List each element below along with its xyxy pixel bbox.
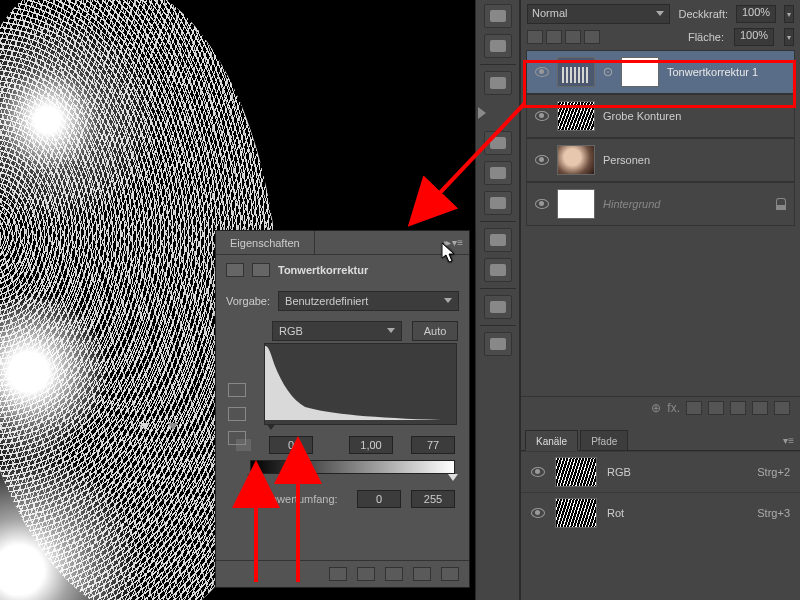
reset-icon[interactable] (385, 567, 403, 581)
histogram[interactable] (264, 343, 457, 425)
layer-name-label[interactable]: Grobe Konturen (603, 110, 786, 122)
preset-label: Vorgabe: (226, 295, 270, 307)
channel-row-rgb[interactable]: RGB Strg+2 (521, 451, 800, 492)
clip-to-layer-icon[interactable] (329, 567, 347, 581)
new-layer-icon[interactable] (752, 401, 768, 415)
divider (480, 221, 516, 222)
panel-icon-history[interactable] (484, 258, 512, 282)
layer-name-label[interactable]: Hintergrund (603, 198, 768, 210)
properties-footer (216, 560, 469, 587)
lock-all-icon[interactable] (584, 30, 600, 44)
layers-list: 𐌏 Tonwertkorrektur 1 Grobe Konturen Pers… (521, 50, 800, 226)
view-previous-icon[interactable] (357, 567, 375, 581)
divider (480, 288, 516, 289)
panel-icon-swatches[interactable] (484, 131, 512, 155)
lock-position-icon[interactable] (565, 30, 581, 44)
mask-icon[interactable] (252, 263, 270, 277)
preset-row: Vorgabe: Benutzerdefiniert (216, 285, 469, 317)
opacity-field[interactable]: 100% (736, 5, 776, 23)
lock-pixels-icon[interactable] (546, 30, 562, 44)
link-icon[interactable]: 𐌏 (603, 66, 613, 79)
fill-label: Fläche: (688, 31, 724, 43)
white-point-field[interactable] (411, 436, 455, 454)
output-high-field[interactable] (411, 490, 455, 508)
visibility-toggle-icon[interactable] (531, 508, 545, 518)
auto-button-label: Auto (424, 325, 447, 337)
opacity-label: Deckkraft: (678, 8, 728, 20)
layer-lock-row: Fläche: 100% ▾ (521, 24, 800, 50)
channel-thumbnail[interactable] (555, 498, 597, 528)
output-white-slider[interactable] (448, 474, 458, 481)
new-adjustment-icon[interactable] (708, 401, 724, 415)
black-point-field[interactable] (269, 436, 313, 454)
panel-icon-color[interactable] (484, 161, 512, 185)
eyedropper-group (228, 383, 246, 445)
panel-icon-navigator[interactable] (484, 332, 512, 356)
layer-name-label[interactable]: Personen (603, 154, 786, 166)
properties-titlebar[interactable]: Eigenschaften ▸▸▾≡ (216, 231, 469, 255)
fill-field[interactable]: 100% (734, 28, 774, 46)
output-label: Tonwertumfang: (250, 493, 347, 505)
toggle-visibility-icon[interactable] (413, 567, 431, 581)
panel-icon-character[interactable] (484, 4, 512, 28)
blend-mode-select[interactable]: Normal (527, 4, 670, 24)
preset-select[interactable]: Benutzerdefiniert (278, 291, 459, 311)
lock-transparency-icon[interactable] (527, 30, 543, 44)
output-gradient[interactable] (250, 460, 455, 474)
lock-icon (776, 198, 786, 210)
panel-icon-styles[interactable] (484, 191, 512, 215)
panel-menu-icon[interactable]: ▾≡ (777, 431, 800, 450)
right-panel-column: Normal Deckkraft: 100% ▾ Fläche: 100% ▾ … (520, 0, 800, 600)
channel-shortcut-label: Strg+3 (757, 507, 790, 519)
layer-row-contours[interactable]: Grobe Konturen (526, 94, 795, 138)
opacity-stepper[interactable]: ▾ (784, 5, 794, 23)
channel-value: RGB (279, 325, 303, 337)
layer-mask-thumbnail[interactable] (621, 57, 659, 87)
fx-label[interactable]: fx. (667, 401, 680, 415)
add-mask-icon[interactable] (686, 401, 702, 415)
panel-icon-paragraph[interactable] (484, 34, 512, 58)
channel-row-red[interactable]: Rot Strg+3 (521, 492, 800, 533)
eyedropper-gray-icon[interactable] (228, 407, 246, 421)
properties-tab[interactable]: Eigenschaften (216, 231, 315, 254)
new-group-icon[interactable] (730, 401, 746, 415)
visibility-toggle-icon[interactable] (531, 467, 545, 477)
panel-icon-brush[interactable] (484, 71, 512, 95)
tab-channels[interactable]: Kanäle (525, 430, 578, 451)
link-layers-icon[interactable]: ⊕ (651, 401, 661, 415)
blend-mode-value: Normal (532, 7, 567, 19)
divider (480, 325, 516, 326)
layer-row-background[interactable]: Hintergrund (526, 182, 795, 226)
layer-row-levels[interactable]: 𐌏 Tonwertkorrektur 1 (526, 50, 795, 94)
panel-icon-adjustments[interactable] (484, 228, 512, 252)
layer-thumbnail[interactable] (557, 101, 595, 131)
eyedropper-white-icon[interactable] (228, 431, 246, 445)
gamma-field[interactable] (349, 436, 393, 454)
fill-stepper[interactable]: ▾ (784, 28, 794, 46)
white-point-slider[interactable] (140, 423, 150, 430)
auto-button[interactable]: Auto (412, 321, 458, 341)
channel-thumbnail[interactable] (555, 457, 597, 487)
channel-select[interactable]: RGB (272, 321, 402, 341)
visibility-toggle-icon[interactable] (535, 199, 549, 209)
properties-panel[interactable]: Eigenschaften ▸▸▾≡ Tonwertkorrektur Vorg… (215, 230, 470, 588)
expand-toggle-icon[interactable] (478, 107, 490, 119)
layer-name-label[interactable]: Tonwertkorrektur 1 (667, 66, 786, 78)
output-black-slider[interactable] (247, 474, 257, 481)
visibility-toggle-icon[interactable] (535, 67, 549, 77)
panel-icon-info[interactable] (484, 295, 512, 319)
eyedropper-black-icon[interactable] (228, 383, 246, 397)
output-low-field[interactable] (357, 490, 401, 508)
trash-icon[interactable] (441, 567, 459, 581)
channel-name-label: RGB (607, 466, 631, 478)
layer-thumbnail[interactable] (557, 145, 595, 175)
channel-row: RGB Auto (216, 317, 469, 343)
layer-row-people[interactable]: Personen (526, 138, 795, 182)
layer-thumbnail[interactable] (557, 189, 595, 219)
visibility-toggle-icon[interactable] (535, 155, 549, 165)
visibility-toggle-icon[interactable] (535, 111, 549, 121)
tab-paths[interactable]: Pfade (580, 430, 628, 450)
mouse-cursor-icon (442, 243, 456, 263)
layer-thumbnail[interactable] (557, 57, 595, 87)
delete-layer-icon[interactable] (774, 401, 790, 415)
